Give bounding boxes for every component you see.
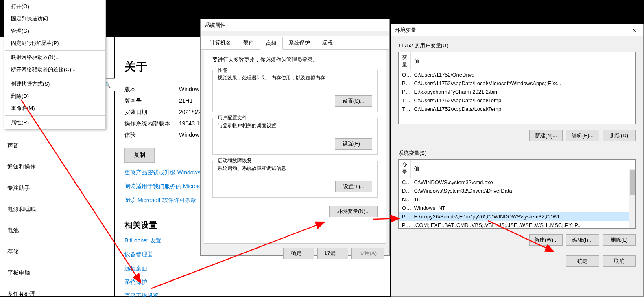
var-name: NUMBER_OF_PROCESSORS bbox=[399, 195, 411, 204]
var-name: TEMP bbox=[399, 96, 411, 105]
column-header[interactable]: 值 bbox=[411, 160, 635, 178]
nav-item[interactable]: 电池 bbox=[0, 222, 114, 239]
related-link[interactable]: 远程桌面 bbox=[124, 265, 380, 272]
environment-variables-dialog: 环境变量 ✕ 11752 的用户变量(U) 变量值OneDriveC:\User… bbox=[391, 24, 644, 297]
user-new-button[interactable]: 新建(N)... bbox=[529, 130, 563, 141]
table-row[interactable]: PathC:\Users\11752\AppData\Local\Microso… bbox=[399, 79, 635, 88]
var-value: .COM;.EXE;.BAT;.CMD;.VBS;.VBE;.JS;.JSE;.… bbox=[411, 221, 635, 229]
nav-item[interactable]: 通知和操作 bbox=[0, 158, 114, 176]
info-label: 安装日期 bbox=[124, 109, 179, 116]
table-row[interactable]: PyCharmE:\xx\pycharm\PyCharm 2021.2\bin; bbox=[399, 88, 635, 96]
apply-button[interactable]: 应用(A) bbox=[351, 248, 384, 259]
info-value: 2021/9/2 bbox=[179, 109, 201, 116]
tab[interactable]: 远程 bbox=[316, 36, 339, 49]
table-row[interactable]: TMPC:\Users\11752\AppData\Local\Temp bbox=[399, 105, 635, 113]
group-desc: 视觉效果，处理器计划，内存使用，以及虚拟内存 bbox=[218, 75, 372, 81]
group-box: 用户配置文件与登录帐户相关的桌面设置设置(E)... bbox=[212, 118, 378, 155]
tab-bar: 计算机名硬件高级系统保护远程 bbox=[201, 36, 389, 50]
group-title: 性能 bbox=[216, 67, 229, 74]
info-value: Window bbox=[179, 86, 199, 93]
table-row[interactable]: OneDriveC:\Users\11752\OneDrive bbox=[399, 70, 635, 79]
system-properties-dialog: 系统属性 计算机名硬件高级系统保护远程 要进行大多数更改，你必须作为管理员登录。… bbox=[200, 19, 390, 256]
column-header[interactable]: 变量 bbox=[399, 160, 411, 178]
var-value: Windows_NT bbox=[411, 204, 635, 212]
var-value: C:\WINDOWS\system32\cmd.exe bbox=[411, 178, 635, 187]
user-delete-button[interactable]: 删除(D) bbox=[603, 130, 636, 141]
table-row[interactable]: NUMBER_OF_PROCESSORS16 bbox=[399, 195, 635, 204]
close-icon[interactable]: ✕ bbox=[629, 27, 639, 33]
sys-edit-button[interactable]: 编辑(I)... bbox=[566, 234, 599, 246]
info-value: Window bbox=[179, 132, 199, 139]
menu-item[interactable]: 固定到"开始"屏幕(P) bbox=[4, 37, 105, 49]
settings-button[interactable]: 设置(E)... bbox=[335, 138, 372, 150]
menu-item[interactable]: 删除(D) bbox=[4, 90, 105, 102]
nav-item[interactable]: 专注助手 bbox=[0, 180, 114, 197]
group-title: 用户配置文件 bbox=[216, 114, 249, 121]
column-header[interactable]: 变量 bbox=[399, 52, 411, 70]
menu-item[interactable]: 管理(G) bbox=[4, 25, 105, 37]
menu-item[interactable]: 固定到快速访问 bbox=[4, 13, 105, 25]
context-menu: 打开(O)固定到快速访问管理(G)固定到"开始"屏幕(P)映射网络驱动器(N).… bbox=[4, 0, 106, 129]
var-value: E:\xx\py26\Scripts\;E:\xx\py26\;C:\WINDO… bbox=[411, 212, 635, 221]
table-row[interactable]: PATHEXT.COM;.EXE;.BAT;.CMD;.VBS;.VBE;.JS… bbox=[399, 221, 635, 229]
tab[interactable]: 高级 bbox=[260, 37, 283, 50]
related-link[interactable]: 高级系统设置 bbox=[124, 293, 380, 297]
var-value: C:\Users\11752\AppData\Local\Temp bbox=[411, 105, 635, 113]
menu-item[interactable]: 打开(O) bbox=[4, 0, 105, 13]
table-row[interactable]: OSWindows_NT bbox=[399, 204, 635, 212]
table-row[interactable]: DriverDataC:\Windows\System32\Drivers\Dr… bbox=[399, 187, 635, 195]
tab[interactable]: 硬件 bbox=[237, 36, 260, 49]
var-value: C:\Users\11752\OneDrive bbox=[411, 70, 635, 79]
nav-item[interactable]: 存储 bbox=[0, 243, 114, 260]
column-header[interactable]: 值 bbox=[411, 52, 635, 70]
info-value: 21H1 bbox=[179, 97, 192, 105]
info-label: 版本 bbox=[124, 86, 179, 93]
var-name: PyCharm bbox=[399, 88, 411, 96]
scrollbar[interactable] bbox=[629, 169, 635, 228]
sys-new-button[interactable]: 新建(W)... bbox=[529, 234, 563, 246]
nav-item[interactable]: 多任务处理 bbox=[0, 286, 114, 297]
table-row[interactable]: ComSpecC:\WINDOWS\system32\cmd.exe bbox=[399, 178, 635, 187]
user-edit-button[interactable]: 编辑(E)... bbox=[566, 130, 599, 141]
var-name: DriverData bbox=[399, 187, 411, 195]
cancel-button[interactable]: 取消 bbox=[603, 255, 636, 267]
var-name: Path bbox=[399, 212, 411, 221]
nav-item[interactable]: 平板电脑 bbox=[0, 264, 114, 282]
var-name: TMP bbox=[399, 105, 411, 113]
table-row[interactable]: PathE:\xx\py26\Scripts\;E:\xx\py26\;C:\W… bbox=[399, 212, 635, 221]
user-vars-table[interactable]: 变量值OneDriveC:\Users\11752\OneDrivePathC:… bbox=[398, 52, 636, 124]
var-value: C:\Windows\System32\Drivers\DriverData bbox=[411, 187, 635, 195]
system-vars-label: 系统变量(S) bbox=[398, 150, 636, 157]
related-link[interactable]: 系统保护 bbox=[124, 279, 380, 286]
sys-delete-button[interactable]: 删除(L) bbox=[603, 234, 636, 246]
settings-button[interactable]: 设置(S)... bbox=[335, 95, 372, 107]
info-label: 版本号 bbox=[124, 97, 179, 105]
environment-variables-button[interactable]: 环境变量(N)... bbox=[329, 206, 378, 217]
info-value: 19043.12 bbox=[179, 120, 203, 128]
var-name: OS bbox=[399, 204, 411, 212]
ok-button[interactable]: 确定 bbox=[566, 255, 599, 267]
nav-item[interactable]: 声音 bbox=[0, 137, 114, 154]
ok-button[interactable]: 确定 bbox=[283, 248, 314, 259]
tab[interactable]: 系统保护 bbox=[283, 36, 316, 49]
dialog-title: 环境变量 bbox=[395, 26, 416, 34]
var-name: ComSpec bbox=[399, 178, 411, 187]
system-vars-table[interactable]: 变量值ComSpecC:\WINDOWS\system32\cmd.exeDri… bbox=[398, 159, 636, 229]
menu-item[interactable]: 属性(R) bbox=[4, 117, 105, 129]
dialog-title: 系统属性 bbox=[201, 19, 389, 31]
group-desc: 与登录帐户相关的桌面设置 bbox=[218, 122, 372, 129]
menu-item[interactable]: 断开网络驱动器的连接(C)... bbox=[4, 64, 105, 76]
var-value: 16 bbox=[411, 195, 635, 204]
var-name: OneDrive bbox=[399, 70, 411, 79]
copy-button[interactable]: 复制 bbox=[124, 148, 155, 163]
cancel-button[interactable]: 取消 bbox=[317, 248, 348, 259]
menu-item[interactable]: 重命名(M) bbox=[4, 102, 105, 114]
group-desc: 系统启动、系统故障和调试信息 bbox=[218, 165, 372, 172]
var-value: C:\Users\11752\AppData\Local\Temp bbox=[411, 96, 635, 105]
nav-item[interactable]: 电源和睡眠 bbox=[0, 201, 114, 218]
menu-item[interactable]: 创建快捷方式(S) bbox=[4, 78, 105, 90]
menu-item[interactable]: 映射网络驱动器(N)... bbox=[4, 51, 105, 64]
settings-button[interactable]: 设置(T)... bbox=[335, 181, 372, 192]
table-row[interactable]: TEMPC:\Users\11752\AppData\Local\Temp bbox=[399, 96, 635, 105]
tab[interactable]: 计算机名 bbox=[204, 36, 237, 49]
